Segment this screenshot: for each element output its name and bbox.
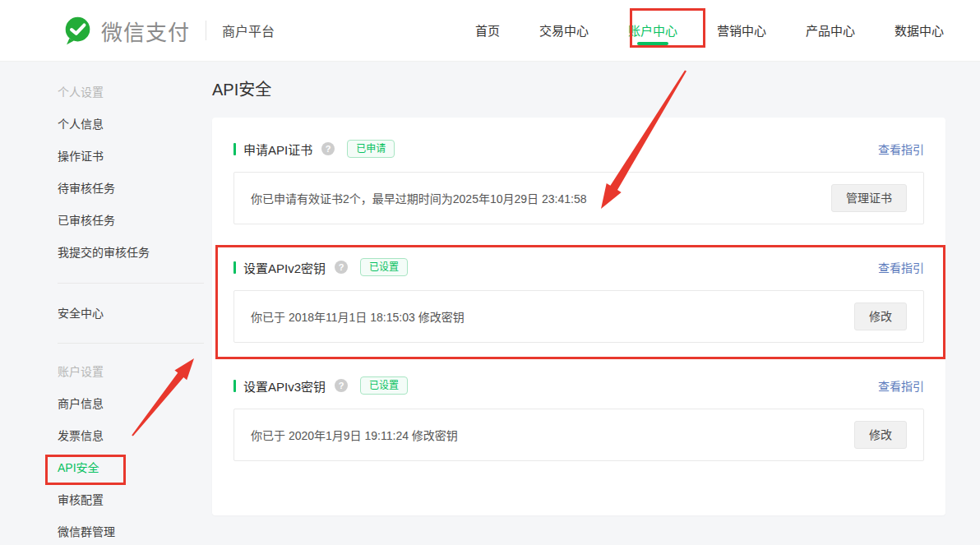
logo-title: 微信支付 [101, 16, 190, 46]
sidebar-item-review-config[interactable]: 审核配置 [58, 493, 204, 507]
apiv3-key-info-box: 你已于 2020年1月9日 19:11:24 修改密钥 修改 [233, 409, 924, 461]
view-guide-link[interactable]: 查看指引 [878, 377, 924, 394]
sidebar-divider [58, 283, 204, 284]
top-header: 微信支付 商户平台 首页 交易中心 账户中心 营销中心 产品中心 数据中心 [0, 0, 980, 62]
sidebar-item-reviewed-tasks[interactable]: 已审核任务 [58, 214, 204, 228]
apiv3-key-title: 设置APIv3密钥 [243, 377, 326, 395]
nav-item-marketing-center[interactable]: 营销中心 [717, 0, 766, 62]
sidebar-item-personal-info[interactable]: 个人信息 [58, 118, 204, 132]
wechat-pay-logo[interactable]: 微信支付 商户平台 [62, 16, 275, 46]
sidebar-item-wechat-group-management[interactable]: 微信群管理 [58, 525, 204, 539]
sidebar-item-api-security[interactable]: API安全 [58, 461, 204, 475]
sidebar-item-my-submitted-tasks[interactable]: 我提交的审核任务 [58, 246, 204, 260]
apiv2-key-section-header: 设置APIv2密钥 ? 已设置 查看指引 [233, 257, 924, 277]
help-icon[interactable]: ? [321, 142, 335, 155]
modify-apiv3-key-button[interactable]: 修改 [854, 421, 907, 449]
apiv3-key-section-header: 设置APIv3密钥 ? 已设置 查看指引 [233, 376, 924, 395]
api-cert-title: 申请API证书 [243, 141, 312, 158]
section-marker-bar [233, 380, 236, 392]
view-guide-link[interactable]: 查看指引 [878, 141, 924, 157]
sidebar: 个人设置 个人信息 操作证书 待审核任务 已审核任务 我提交的审核任务 安全中心… [58, 85, 204, 545]
nav-item-product-center[interactable]: 产品中心 [806, 0, 855, 62]
logo-subtitle: 商户平台 [222, 21, 275, 40]
section-marker-bar [233, 143, 236, 155]
api-cert-section-header: 申请API证书 ? 已申请 查看指引 [233, 139, 924, 159]
status-badge-applied: 已申请 [347, 140, 395, 158]
api-cert-section: 申请API证书 ? 已申请 查看指引 你已申请有效证书2个，最早过期时间为202… [233, 139, 924, 224]
sidebar-section-account-settings: 账户设置 [58, 365, 204, 379]
logo-divider [206, 21, 206, 40]
view-guide-link[interactable]: 查看指引 [878, 259, 924, 275]
api-security-card: 申请API证书 ? 已申请 查看指引 你已申请有效证书2个，最早过期时间为202… [212, 118, 945, 515]
apiv2-key-info-box: 你已于 2018年11月1日 18:15:03 修改密钥 修改 [233, 290, 924, 343]
wechat-pay-logo-icon [62, 16, 93, 46]
apiv2-key-description: 你已于 2018年11月1日 18:15:03 修改密钥 [251, 308, 465, 325]
help-icon[interactable]: ? [335, 261, 348, 274]
nav-item-data-center[interactable]: 数据中心 [894, 0, 944, 62]
sidebar-item-security-center[interactable]: 安全中心 [58, 307, 204, 321]
sidebar-item-invoice-info[interactable]: 发票信息 [58, 429, 204, 443]
nav-item-account-center[interactable]: 账户中心 [628, 0, 677, 62]
section-marker-bar [233, 261, 236, 274]
sidebar-section-personal-settings: 个人设置 [58, 85, 204, 99]
sidebar-item-pending-review-tasks[interactable]: 待审核任务 [58, 182, 204, 196]
apiv2-key-title: 设置APIv2密钥 [243, 259, 326, 276]
apiv3-key-description: 你已于 2020年1月9日 19:11:24 修改密钥 [251, 427, 458, 443]
sidebar-item-operation-cert[interactable]: 操作证书 [58, 150, 204, 164]
manage-cert-button[interactable]: 管理证书 [831, 184, 907, 212]
api-cert-info-box: 你已申请有效证书2个，最早过期时间为2025年10月29日 23:41:58 管… [233, 172, 924, 224]
modify-apiv2-key-button[interactable]: 修改 [854, 303, 907, 330]
apiv2-key-section: 设置APIv2密钥 ? 已设置 查看指引 你已于 2018年11月1日 18:1… [233, 257, 924, 343]
nav-item-trade-center[interactable]: 交易中心 [539, 0, 589, 62]
page-title: API安全 [212, 76, 271, 100]
sidebar-item-merchant-info[interactable]: 商户信息 [58, 397, 204, 411]
api-cert-description: 你已申请有效证书2个，最早过期时间为2025年10月29日 23:41:58 [251, 190, 586, 206]
help-icon[interactable]: ? [335, 379, 348, 392]
top-nav: 首页 交易中心 账户中心 营销中心 产品中心 数据中心 [475, 0, 980, 62]
status-badge-set-v2: 已设置 [360, 258, 408, 276]
apiv3-key-section: 设置APIv3密钥 ? 已设置 查看指引 你已于 2020年1月9日 19:11… [233, 376, 924, 461]
status-badge-set-v3: 已设置 [360, 376, 408, 395]
nav-item-home[interactable]: 首页 [475, 0, 500, 62]
sidebar-divider [58, 343, 204, 344]
